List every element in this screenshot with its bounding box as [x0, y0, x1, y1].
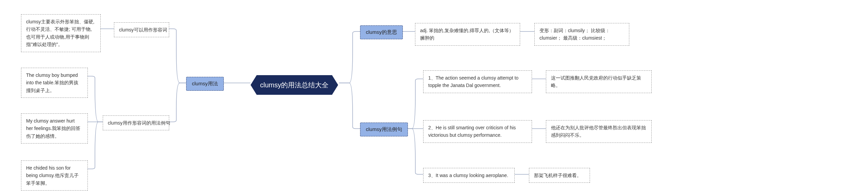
leaf-example-a[interactable]: The clumsy boy bumped into the table.笨拙的…	[21, 68, 88, 98]
root-node[interactable]: clumsy的用法总结大全	[251, 75, 338, 95]
leaf-example-a-text: The clumsy boy bumped into the table.笨拙的…	[26, 72, 78, 93]
leaf-sentence-3-en[interactable]: 3、It was a clumsy looking aeroplane.	[423, 168, 515, 183]
leaf-example-b-text: My clumsy answer hurt her feelings.我笨拙的回…	[26, 118, 80, 139]
leaf-meaning-def-text: adj. 笨拙的,复杂难懂的,得罪人的,（文体等）臃肿的	[420, 28, 514, 41]
branch-meaning-label: clumsy的意思	[366, 29, 397, 35]
branch-meaning[interactable]: clumsy的意思	[360, 25, 403, 39]
root-title: clumsy的用法总结大全	[260, 81, 329, 89]
leaf-sentence-1-en[interactable]: 1、The action seemed a clumsy attempt to …	[423, 70, 532, 93]
subbranch-examples-label: clumsy用作形容词的用法例句	[108, 120, 170, 126]
leaf-sentence-2-zh-text: 他还在为别人批评他尽管最终胜出但表现笨拙感到闷闷不乐。	[551, 125, 646, 138]
branch-sentences[interactable]: clumsy用法例句	[360, 123, 408, 136]
leaf-example-c-text: He chided his son for being clumsy.他斥责儿子…	[26, 165, 79, 186]
leaf-adjective-desc-text: clumsy主要表示外形笨拙、僵硬,行动不灵活、不敏捷; 可用于物,也可用于人或…	[26, 19, 94, 47]
leaf-meaning-def[interactable]: adj. 笨拙的,复杂难懂的,得罪人的,（文体等）臃肿的	[415, 23, 520, 46]
leaf-meaning-forms[interactable]: 变形：副词：clumsily； 比较级：clumsier； 最高级：clumsi…	[534, 23, 629, 46]
leaf-sentence-3-en-text: 3、It was a clumsy looking aeroplane.	[428, 173, 508, 178]
leaf-sentence-2-zh[interactable]: 他还在为别人批评他尽管最终胜出但表现笨拙感到闷闷不乐。	[546, 120, 652, 143]
leaf-sentence-2-en[interactable]: 2、He is still smarting over criticism of…	[423, 120, 532, 143]
branch-usage[interactable]: clumsy用法	[186, 77, 224, 91]
leaf-sentence-1-en-text: 1、The action seemed a clumsy attempt to …	[428, 75, 518, 88]
subbranch-adjective[interactable]: clumsy可以用作形容词	[114, 22, 169, 37]
branch-sentences-label: clumsy用法例句	[366, 126, 402, 132]
leaf-sentence-1-zh[interactable]: 这一试图推翻人民党政府的行动似乎缺乏策略。	[546, 70, 652, 93]
leaf-sentence-3-zh[interactable]: 那架飞机样子很难看。	[529, 168, 590, 183]
leaf-example-b[interactable]: My clumsy answer hurt her feelings.我笨拙的回…	[21, 113, 88, 144]
leaf-meaning-forms-text: 变形：副词：clumsily； 比较级：clumsier； 最高级：clumsi…	[539, 28, 610, 41]
leaf-sentence-3-zh-text: 那架飞机样子很难看。	[534, 173, 581, 178]
leaf-sentence-1-zh-text: 这一试图推翻人民党政府的行动似乎缺乏策略。	[551, 75, 641, 88]
branch-usage-label: clumsy用法	[192, 81, 218, 86]
subbranch-adjective-label: clumsy可以用作形容词	[119, 27, 167, 32]
leaf-sentence-2-en-text: 2、He is still smarting over criticism of…	[428, 125, 516, 138]
subbranch-examples[interactable]: clumsy用作形容词的用法例句	[103, 115, 169, 130]
leaf-adjective-desc[interactable]: clumsy主要表示外形笨拙、僵硬,行动不灵活、不敏捷; 可用于物,也可用于人或…	[21, 14, 101, 52]
leaf-example-c[interactable]: He chided his son for being clumsy.他斥责儿子…	[21, 160, 88, 191]
